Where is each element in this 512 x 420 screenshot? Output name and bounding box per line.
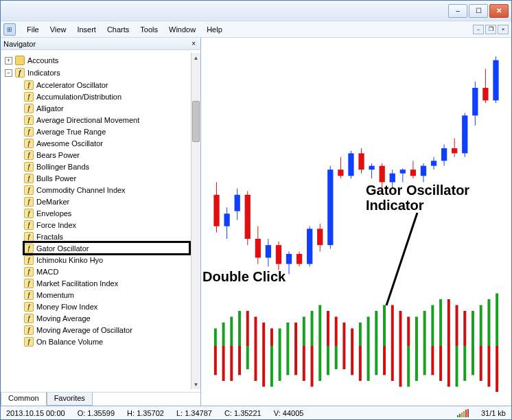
svg-rect-21 [317,229,323,245]
indicator-item[interactable]: ƒMoving Average [24,312,189,324]
indicator-item[interactable]: ƒMomentum [24,289,189,301]
window-close-button[interactable]: ✕ [489,4,509,18]
svg-rect-53 [482,88,488,100]
status-open: O: 1.35599 [78,409,115,417]
indicator-label: Gator Oscillator [36,244,89,253]
svg-rect-49 [462,115,467,153]
svg-rect-1 [213,195,219,226]
mdi-minimize-button[interactable]: – [473,25,484,34]
indicator-item[interactable]: ƒOn Balance Volume [24,336,189,347]
indicator-item[interactable]: ƒMoney Flow Index [24,301,189,312]
status-traffic: 31/1 kb [481,409,506,417]
indicator-item[interactable]: ƒMACD [24,266,189,277]
function-icon: ƒ [24,185,34,195]
menu-file[interactable]: File [21,23,45,36]
menu-tools[interactable]: Tools [135,23,163,36]
svg-rect-13 [276,245,281,264]
function-icon: ƒ [24,232,34,242]
indicator-item[interactable]: ƒAlligator [24,102,189,114]
indicator-item[interactable]: ƒIchimoku Kinko Hyo [24,254,189,266]
indicator-item[interactable]: ƒBulls Power [24,172,189,184]
menu-view[interactable]: View [45,23,72,36]
status-bar: 2013.10.15 00:00 O: 1.35599 H: 1.35702 L… [1,406,511,419]
indicator-item[interactable]: ƒAccumulation/Distribution [24,91,189,102]
indicator-item[interactable]: ƒFractals [24,231,189,242]
mdi-restore-button[interactable]: ❐ [485,25,496,34]
svg-rect-55 [493,60,498,101]
indicator-item[interactable]: ƒAccelerator Oscillator [24,79,189,91]
svg-rect-23 [327,170,333,245]
navigator-scrollbar[interactable]: ▲ ▼ [191,53,200,389]
mdi-close-button[interactable]: × [498,25,509,34]
scroll-down-icon[interactable]: ▼ [191,380,200,389]
annotation-arrow-line [383,213,424,309]
menu-window[interactable]: Window [163,23,201,36]
scroll-up-icon[interactable]: ▲ [191,53,200,62]
indicator-item[interactable]: ƒAverage Directional Movement [24,114,189,126]
expand-icon[interactable]: + [5,57,12,65]
indicator-label: Envelopes [36,209,71,218]
tree-node-accounts[interactable]: + Accounts [5,54,189,67]
indicator-label: Awesome Oscillator [36,139,103,148]
menu-insert[interactable]: Insert [71,23,102,36]
indicator-label: Alligator [36,104,64,113]
navigator-tabs: Common Favorites [1,392,200,406]
indicator-label: Average True Range [36,128,106,136]
function-icon: ƒ [24,290,34,300]
indicator-item[interactable]: ƒBears Power [24,149,189,161]
window-maximize-button[interactable]: ☐ [469,4,488,18]
indicator-item[interactable]: ƒAwesome Oscillator [24,137,189,149]
chart-area[interactable]: Double Click Gator Oscillator Indicator [201,38,511,406]
status-high: H: 1.35702 [127,409,164,417]
svg-rect-37 [400,170,406,174]
function-icon: ƒ [24,255,34,265]
indicator-label: Market Facilitation Index [36,279,118,288]
navigator-header: Navigator × [1,38,200,50]
accounts-label: Accounts [27,56,58,65]
function-icon: ƒ [24,115,34,125]
indicator-item[interactable]: ƒEnvelopes [24,207,189,219]
indicator-label: Force Index [36,221,76,229]
tab-favorites[interactable]: Favorites [47,393,93,406]
navigator-tree[interactable]: + Accounts − ƒ Indicators ƒAccelerator O… [1,53,191,389]
function-icon: ƒ [24,279,34,288]
tree-node-indicators[interactable]: − ƒ Indicators [5,67,189,79]
indicator-label: Accumulation/Distribution [36,93,121,101]
indicator-item[interactable]: ƒAverage True Range [24,126,189,137]
scroll-thumb[interactable] [192,101,200,142]
function-icon: ƒ [24,325,34,335]
status-volume: V: 44005 [274,409,304,417]
menu-charts[interactable]: Charts [102,23,135,36]
titlebar[interactable]: – ☐ ✕ [1,1,511,21]
function-icon: ƒ [24,150,34,160]
menubar: ⊞ FileViewInsertChartsToolsWindowHelp – … [1,21,511,38]
indicator-item[interactable]: ƒMarket Facilitation Index [24,277,189,289]
navigator-close-button[interactable]: × [189,40,198,47]
indicator-label: Moving Average of Oscillator [36,326,132,334]
function-icon: ƒ [24,139,34,148]
indicator-label: Accelerator Oscillator [36,81,108,89]
svg-rect-47 [452,148,457,153]
indicator-label: Bears Power [36,151,80,159]
window-minimize-button[interactable]: – [448,4,467,18]
function-icon: ƒ [24,220,34,230]
svg-rect-15 [286,254,292,264]
function-icon: ƒ [24,244,34,253]
indicator-item[interactable]: ƒGator Oscillator [24,242,189,254]
indicator-item[interactable]: ƒForce Index [24,219,189,231]
price-chart[interactable] [201,38,511,392]
function-icon: ƒ [24,267,34,277]
svg-rect-25 [338,170,343,176]
indicator-item[interactable]: ƒDeMarker [24,196,189,207]
svg-rect-51 [472,88,478,115]
indicator-item[interactable]: ƒMoving Average of Oscillator [24,324,189,336]
indicator-item[interactable]: ƒBollinger Bands [24,161,189,172]
collapse-icon[interactable]: − [5,69,12,77]
function-icon: ƒ [24,162,34,172]
svg-rect-9 [255,239,261,258]
tab-common[interactable]: Common [1,393,47,406]
indicator-item[interactable]: ƒCommodity Channel Index [24,184,189,196]
indicator-label: Fractals [36,233,63,241]
app-icon: ⊞ [3,23,16,36]
menu-help[interactable]: Help [201,23,228,36]
